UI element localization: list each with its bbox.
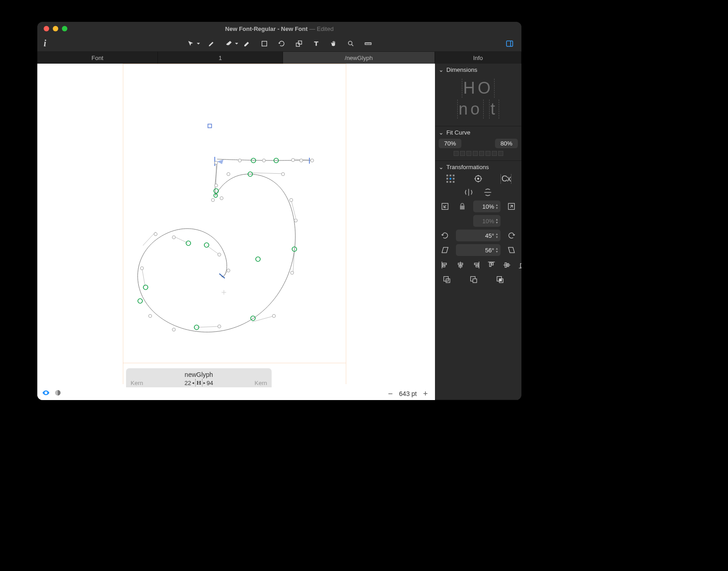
svg-rect-66 (443, 265, 445, 267)
primitive-tool[interactable] (257, 38, 272, 50)
align-top-button[interactable] (485, 260, 498, 270)
svg-point-41 (292, 159, 295, 162)
glyph-outline[interactable] (37, 64, 435, 400)
shade-toggle-icon[interactable] (54, 389, 62, 399)
body: newGlyph Kern 22 ◂ H ▸ 94 Kern Group 600 (37, 64, 521, 400)
zoom-tool[interactable] (344, 38, 358, 50)
svg-point-34 (214, 189, 218, 193)
tab-info[interactable]: Info (435, 52, 521, 64)
fit-curve-header[interactable]: ⌄Fit Curve (439, 129, 518, 136)
info-icon[interactable]: i (44, 38, 46, 49)
tab-glyph[interactable]: /newGlyph (283, 52, 435, 64)
rotate-ccw-button[interactable] (439, 230, 451, 241)
zoom-level[interactable]: 643 pt (399, 390, 417, 397)
svg-point-28 (251, 316, 255, 321)
svg-point-58 (212, 199, 215, 202)
stepper-icon[interactable]: ▴▾ (496, 247, 498, 253)
scale-tool[interactable] (292, 38, 306, 50)
svg-line-14 (143, 232, 156, 245)
scale-up-button[interactable] (505, 201, 518, 212)
chevron-down-icon: ⌄ (439, 66, 444, 73)
scale-y-field[interactable]: 10%▴▾ (473, 215, 500, 227)
boolean-subtract-button[interactable] (467, 274, 480, 285)
transformations-header[interactable]: ⌄Transformations (439, 164, 518, 170)
rotate-field[interactable]: 45°▴▾ (456, 230, 500, 241)
chevron-down-icon: ⌄ (439, 129, 444, 136)
fit-curve-max[interactable]: 80% (495, 139, 518, 148)
tab-1[interactable]: 1 (158, 52, 283, 64)
inspector-panel: ⌄Dimensions HO not ⌄Fit Curve 70% 80% ⌄T… (435, 64, 521, 400)
tab-info-label: Info (473, 55, 483, 61)
text-tool[interactable] (309, 38, 324, 50)
left-kern-label: Kern (131, 380, 143, 386)
slant-left-button[interactable] (439, 245, 451, 255)
mirror-horizontal-button[interactable] (462, 187, 475, 198)
svg-point-50 (172, 328, 176, 331)
zoom-out-button[interactable]: − (385, 389, 395, 399)
fit-curve-steps[interactable] (439, 151, 518, 156)
erase-tool-dropdown[interactable] (233, 38, 240, 50)
pen-tool[interactable] (204, 38, 219, 50)
mirror-vertical-button[interactable] (481, 187, 494, 198)
slant-field[interactable]: 56°▴▾ (456, 244, 500, 256)
select-tool-dropdown[interactable] (195, 38, 202, 50)
svg-point-54 (172, 236, 176, 239)
align-bottom-button[interactable] (516, 260, 521, 270)
scale-down-button[interactable] (439, 201, 451, 212)
minimize-window-button[interactable] (53, 26, 58, 31)
rotate-cw-button[interactable] (505, 230, 518, 241)
scale-x-field[interactable]: 10%▴▾ (473, 200, 500, 212)
measure-tool[interactable] (361, 38, 375, 50)
zoom-in-button[interactable]: + (420, 389, 430, 399)
svg-rect-75 (521, 264, 521, 267)
preview-toggle-icon[interactable] (42, 389, 50, 399)
svg-rect-71 (490, 263, 491, 266)
lock-aspect-icon[interactable] (456, 201, 469, 212)
svg-rect-4 (365, 43, 371, 45)
dimensions-preview[interactable]: HO not (439, 76, 518, 121)
svg-point-27 (256, 257, 260, 261)
glyph-name: newGlyph (131, 371, 267, 378)
transform-metrics-icon[interactable]: Cx (500, 173, 512, 184)
align-right-button[interactable] (470, 260, 482, 270)
tab-font-label: Font (91, 55, 103, 61)
align-vcenter-button[interactable] (500, 260, 513, 270)
hand-tool[interactable] (326, 38, 341, 50)
anchor-point[interactable] (208, 124, 212, 128)
svg-rect-69 (475, 263, 478, 265)
rotate-tool[interactable] (274, 38, 289, 50)
pencil-tool[interactable] (240, 38, 254, 50)
svg-point-57 (220, 197, 223, 200)
svg-rect-5 (506, 41, 513, 46)
window-title-suffix: — Edited (308, 25, 334, 32)
boolean-union-button[interactable] (440, 274, 453, 285)
canvas[interactable]: newGlyph Kern 22 ◂ H ▸ 94 Kern Group 600 (37, 64, 435, 400)
dimensions-section: ⌄Dimensions HO not (435, 64, 521, 126)
stepper-icon[interactable]: ▴▾ (496, 218, 498, 224)
svg-point-40 (263, 159, 266, 162)
fit-curve-min[interactable]: 70% (439, 139, 461, 148)
toggle-inspector-button[interactable] (502, 38, 517, 50)
svg-point-52 (141, 267, 144, 270)
svg-line-9 (291, 200, 296, 218)
dimensions-header[interactable]: ⌄Dimensions (439, 66, 518, 73)
svg-line-16 (207, 245, 219, 255)
rsb-value[interactable]: 94 (207, 380, 213, 386)
titlebar: New Font-Regular - New Font — Edited (37, 22, 521, 35)
align-left-button[interactable] (439, 260, 451, 270)
slant-right-button[interactable] (505, 245, 518, 255)
zoom-window-button[interactable] (62, 26, 67, 31)
window-title-main: New Font-Regular - New Font (225, 25, 308, 32)
close-window-button[interactable] (44, 26, 49, 31)
stepper-icon[interactable]: ▴▾ (496, 232, 498, 239)
transform-origin-grid[interactable] (444, 173, 457, 184)
svg-point-49 (218, 325, 221, 328)
toolbar: i (37, 35, 521, 52)
transform-origin-center-icon[interactable] (472, 173, 485, 184)
align-hcenter-button[interactable] (454, 260, 467, 270)
tab-font[interactable]: Font (37, 52, 158, 64)
lsb-value[interactable]: 22 (184, 380, 191, 386)
boolean-intersect-button[interactable] (494, 274, 506, 285)
svg-point-46 (294, 219, 298, 222)
stepper-icon[interactable]: ▴▾ (496, 203, 498, 210)
